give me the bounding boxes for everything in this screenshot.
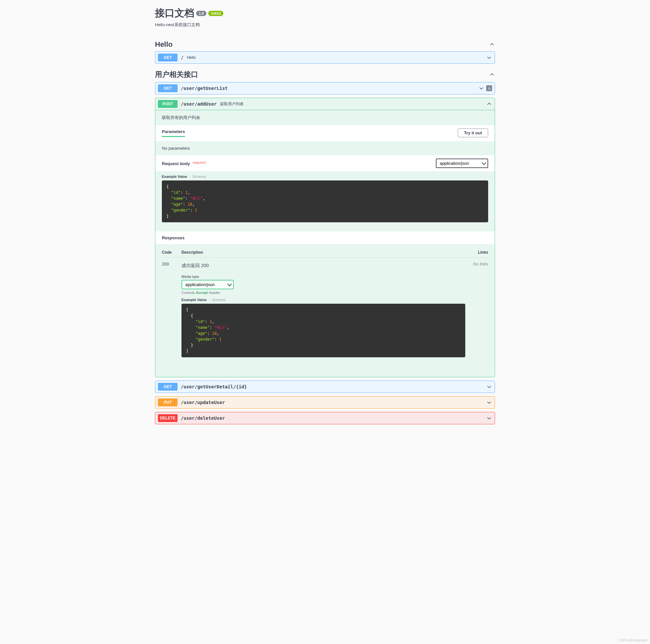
try-it-out-button[interactable]: Try it out: [458, 128, 488, 137]
op-path: /user/getUserDetail/{id}: [181, 384, 247, 389]
media-type-label: Media type: [181, 275, 465, 278]
request-body-example: { "id": 1, "name": "张三", "age": 18, "gen…: [162, 181, 488, 222]
response-row-200: 200 成功返回 200 Media type application/json…: [162, 258, 488, 370]
oas-badge: OAS3: [208, 11, 223, 16]
body-example-tabs: Example Value | Schema: [155, 171, 495, 181]
page-title: 接口文档 1.0 OAS3: [155, 6, 495, 20]
method-badge-get: GET: [158, 53, 178, 62]
chevron-down-icon: [486, 54, 492, 61]
chevron-down-icon: [486, 384, 492, 390]
no-links-text: No links: [473, 262, 488, 266]
chevron-up-icon: [486, 101, 492, 107]
tag-hello[interactable]: Hello: [155, 38, 495, 51]
tag-hello-title: Hello: [155, 40, 173, 49]
chevron-down-icon: [486, 400, 492, 405]
chevron-down-icon: [478, 85, 484, 91]
tag-user[interactable]: 用户相关接口: [155, 67, 495, 82]
chevron-up-icon: [489, 72, 495, 77]
op-summary: Hello: [187, 55, 195, 60]
op-summary: 获取用户列表: [220, 101, 244, 107]
op-path: /user/updateUser: [181, 400, 225, 405]
method-badge-get: GET: [158, 84, 178, 92]
version-badge: 1.0: [196, 11, 206, 16]
op-path: /user/getUserList: [181, 86, 227, 91]
api-description: Hello-nest系统接口文档: [155, 22, 495, 28]
response-body-example: [ { "id": 1, "name": "张三", "age": 18, "g…: [181, 304, 465, 357]
op-update-user[interactable]: PUT /user/updateUser: [155, 396, 495, 409]
parameters-tab[interactable]: Parameters: [162, 129, 185, 137]
method-badge-delete: DELETE: [158, 414, 178, 422]
col-code: Code: [162, 250, 181, 255]
op-get-user-detail[interactable]: GET /user/getUserDetail/{id}: [155, 381, 495, 393]
method-badge-put: PUT: [158, 399, 178, 406]
schema-tab[interactable]: Schema: [212, 298, 225, 302]
request-body-label: Request body: [162, 161, 190, 166]
op-body-description: 获取所有的用户列表: [155, 110, 495, 125]
no-parameters-text: No parameters: [155, 141, 495, 155]
required-label: required: [192, 160, 206, 164]
op-get-user-list[interactable]: GET /user/getUserList: [155, 82, 495, 94]
op-path: /user/deleteUser: [181, 416, 225, 421]
response-description: 成功返回 200: [181, 263, 465, 269]
method-badge-get: GET: [158, 383, 178, 391]
content-type-select[interactable]: application/json: [436, 158, 488, 168]
op-add-user: POST /user/addUser 获取用户列表 获取所有的用户列表 Para…: [155, 98, 495, 377]
method-badge-post: POST: [158, 100, 178, 108]
example-value-tab[interactable]: Example Value: [181, 298, 207, 302]
op-path: /user/addUser: [181, 101, 217, 107]
api-title: 接口文档: [155, 6, 194, 20]
schema-tab[interactable]: Schema: [192, 175, 206, 179]
media-type-select[interactable]: application/json: [181, 280, 234, 289]
accept-header-note: Controls Accept header.: [181, 291, 465, 295]
col-description: Description: [181, 250, 465, 255]
response-table-head: Code Description Links: [162, 248, 488, 258]
op-hello-get[interactable]: GET / Hello: [155, 51, 495, 64]
tag-user-title: 用户相关接口: [155, 70, 198, 79]
chevron-up-icon: [489, 41, 495, 47]
response-example-tabs: Example Value | Schema: [181, 295, 465, 304]
op-delete-user[interactable]: DELETE /user/deleteUser: [155, 412, 495, 424]
svg-rect-0: [488, 88, 490, 89]
op-path: /: [181, 55, 183, 60]
op-add-user-summary[interactable]: POST /user/addUser 获取用户列表: [155, 98, 495, 110]
request-body-header: Request body required application/json: [155, 155, 495, 171]
chevron-down-icon: [486, 415, 492, 421]
col-links: Links: [465, 250, 488, 255]
response-code: 200: [162, 262, 181, 367]
example-value-tab[interactable]: Example Value: [162, 175, 187, 179]
responses-header: Responses: [155, 231, 495, 244]
lock-icon[interactable]: [486, 85, 492, 91]
